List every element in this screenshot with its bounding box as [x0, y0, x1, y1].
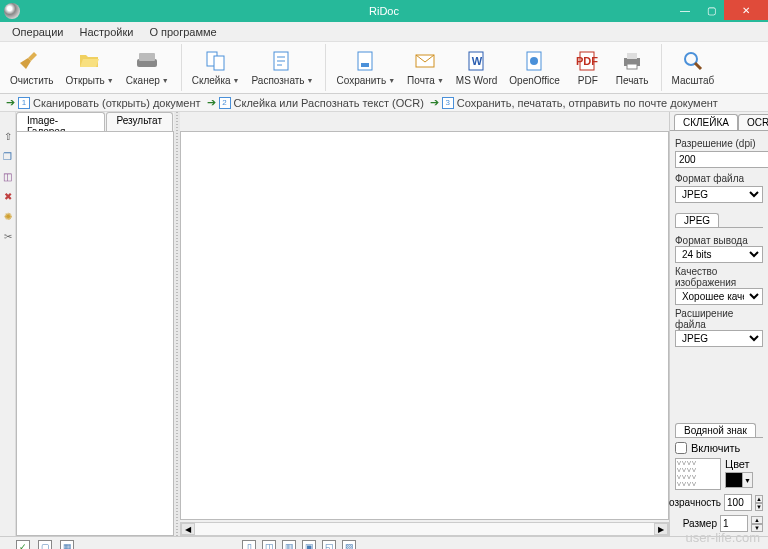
scroll-right-icon[interactable]: ▶ — [654, 523, 668, 535]
scanner-button[interactable]: Сканер▼ — [120, 44, 175, 92]
center-panel: ◀ ▶ — [180, 112, 669, 536]
tool-move-icon[interactable]: ⇧ — [2, 130, 14, 142]
spin-up-icon[interactable]: ▲ — [755, 495, 763, 503]
dropdown-arrow-icon: ▼ — [307, 77, 314, 84]
menu-operations[interactable]: Операции — [4, 24, 71, 40]
include-watermark-checkbox[interactable]: Включить — [675, 442, 763, 454]
size-input[interactable] — [720, 515, 748, 532]
view-mode-5-icon[interactable]: ◱ — [322, 540, 336, 550]
size-label: Размер — [683, 518, 717, 529]
tool-copy-icon[interactable]: ❐ — [2, 150, 14, 162]
svg-rect-15 — [627, 53, 637, 59]
ocr-icon — [270, 49, 294, 73]
fileformat-select[interactable]: JPEG — [675, 186, 763, 203]
jpeg-tab[interactable]: JPEG — [675, 213, 719, 227]
magnifier-icon — [681, 49, 705, 73]
tab-result[interactable]: Результат — [106, 112, 173, 131]
color-picker[interactable]: ▼ — [725, 472, 753, 488]
step-3-icon: 3 — [442, 97, 454, 109]
folder-open-icon — [78, 49, 102, 73]
menu-bar: Операции Настройки О программе — [0, 22, 768, 42]
view-mode-3-icon[interactable]: ▥ — [282, 540, 296, 550]
svg-text:W: W — [471, 55, 482, 67]
dropdown-arrow-icon: ▼ — [388, 77, 395, 84]
extension-label: Расширение файла — [675, 308, 763, 330]
dropdown-arrow-icon: ▼ — [107, 77, 114, 84]
gallery-area[interactable] — [16, 131, 174, 536]
tool-delete-icon[interactable]: ✖ — [2, 190, 14, 202]
view-mode-1-icon[interactable]: ▯ — [242, 540, 256, 550]
open-button[interactable]: Открыть▼ — [60, 44, 120, 92]
view-grid-icon[interactable]: ▦ — [60, 540, 74, 550]
spin-down-icon[interactable]: ▼ — [751, 524, 763, 532]
transparency-input[interactable] — [724, 494, 752, 511]
view-mode-2-icon[interactable]: ◫ — [262, 540, 276, 550]
main-toolbar: Очистить Открыть▼ Сканер▼ Склейка▼ Распо… — [0, 42, 768, 94]
title-bar: RiDoc — ▢ ✕ — [0, 0, 768, 22]
step-1-icon: 1 — [18, 97, 30, 109]
save-button[interactable]: Сохранить▼ — [330, 44, 401, 92]
view-single-icon[interactable]: ▢ — [38, 540, 52, 550]
color-label: Цвет — [725, 458, 753, 470]
dropdown-arrow-icon: ▼ — [233, 77, 240, 84]
window-title: RiDoc — [369, 5, 399, 17]
left-panel: Image-Галерея Результат — [16, 112, 174, 536]
spin-up-icon[interactable]: ▲ — [751, 516, 763, 524]
openoffice-button[interactable]: OpenOffice — [503, 44, 565, 92]
maximize-button[interactable]: ▢ — [698, 0, 724, 20]
scroll-left-icon[interactable]: ◀ — [181, 523, 195, 535]
watermark-tab[interactable]: Водяной знак — [675, 423, 756, 437]
openoffice-icon — [523, 49, 547, 73]
pdf-button[interactable]: PDF PDF — [566, 44, 610, 92]
menu-about[interactable]: О программе — [141, 24, 224, 40]
quality-select[interactable]: Хорошее качество — [675, 288, 763, 305]
resolution-label: Разрешение (dpi) — [675, 138, 763, 149]
minimize-button[interactable]: — — [672, 0, 698, 20]
word-icon: W — [465, 49, 489, 73]
tab-gallery[interactable]: Image-Галерея — [16, 112, 105, 131]
recognize-button[interactable]: Распознать▼ — [246, 44, 320, 92]
extension-select[interactable]: JPEG — [675, 330, 763, 347]
tool-settings-icon[interactable]: ✺ — [2, 210, 14, 222]
arrow-right-icon: ➔ — [207, 96, 216, 109]
tab-ocr-settings[interactable]: OCR — [738, 114, 768, 130]
menu-settings[interactable]: Настройки — [71, 24, 141, 40]
close-button[interactable]: ✕ — [724, 0, 768, 20]
hint-bar: ➔1Сканировать (открыть) документ ➔2Склей… — [0, 94, 768, 112]
tool-paste-icon[interactable]: ◫ — [2, 170, 14, 182]
clean-button[interactable]: Очистить — [4, 44, 60, 92]
stitch-button[interactable]: Склейка▼ — [186, 44, 246, 92]
svg-text:PDF: PDF — [576, 55, 598, 67]
document-canvas[interactable] — [180, 131, 669, 520]
resolution-input[interactable] — [675, 151, 768, 168]
scanner-icon — [135, 49, 159, 73]
fileformat-label: Формат файла — [675, 173, 763, 184]
svg-rect-6 — [361, 63, 369, 67]
view-mode-6-icon[interactable]: ▨ — [342, 540, 356, 550]
dropdown-arrow-icon: ▼ — [437, 77, 444, 84]
save-icon — [354, 49, 378, 73]
tab-stitch-settings[interactable]: СКЛЕЙКА — [674, 114, 738, 130]
spin-down-icon[interactable]: ▼ — [755, 503, 763, 511]
stitch-icon — [204, 49, 228, 73]
arrow-right-icon: ➔ — [430, 96, 439, 109]
pdf-icon: PDF — [576, 49, 600, 73]
view-check-icon[interactable]: ✓ — [16, 540, 30, 550]
svg-rect-1 — [139, 53, 155, 61]
output-format-select[interactable]: 24 bits — [675, 246, 763, 263]
view-mode-4-icon[interactable]: ▣ — [302, 540, 316, 550]
arrow-right-icon: ➔ — [6, 96, 15, 109]
mail-button[interactable]: Почта▼ — [401, 44, 450, 92]
dropdown-arrow-icon: ▼ — [162, 77, 169, 84]
side-toolbar: ⇧ ❐ ◫ ✖ ✺ ✂ — [0, 112, 16, 536]
print-button[interactable]: Печать — [610, 44, 655, 92]
step-2-icon: 2 — [219, 97, 231, 109]
horizontal-scrollbar[interactable]: ◀ ▶ — [180, 522, 669, 536]
tool-crop-icon[interactable]: ✂ — [2, 230, 14, 242]
zoom-button[interactable]: Масштаб — [666, 44, 721, 92]
svg-rect-5 — [358, 52, 372, 70]
svg-point-11 — [530, 57, 538, 65]
right-panel: СКЛЕЙКА OCR ✕ Разрешение (dpi) ⋯ Формат … — [669, 112, 768, 536]
msword-button[interactable]: W MS Word — [450, 44, 504, 92]
output-format-label: Формат вывода — [675, 235, 763, 246]
